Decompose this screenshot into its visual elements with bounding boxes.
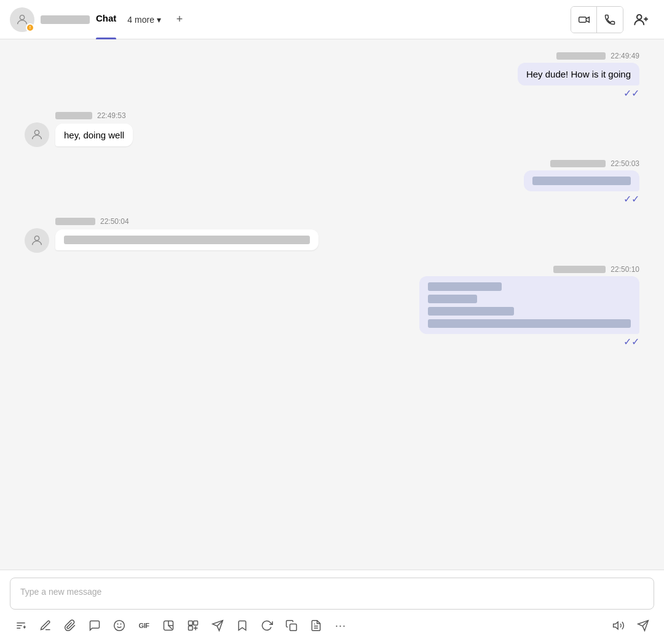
avatar-notification-badge: ! bbox=[26, 23, 34, 32]
message-group: 22:50:03✓✓ bbox=[25, 159, 639, 205]
notes-button[interactable] bbox=[305, 614, 327, 637]
message-meta: 22:49:49 bbox=[556, 52, 639, 60]
message-bubble: Hey dude! How is it going bbox=[518, 63, 639, 85]
upload-button[interactable] bbox=[182, 614, 204, 637]
svg-point-2 bbox=[637, 14, 642, 19]
svg-rect-10 bbox=[194, 621, 198, 626]
reaction-button[interactable] bbox=[84, 614, 106, 637]
message-meta: 22:49:53 bbox=[55, 111, 133, 120]
read-receipt: ✓✓ bbox=[623, 193, 639, 205]
sender-name-blurred bbox=[55, 218, 95, 225]
copy-button[interactable] bbox=[280, 614, 302, 637]
more-tabs-label: 4 more bbox=[127, 15, 154, 25]
more-tabs-button[interactable]: 4 more ▾ bbox=[127, 15, 161, 25]
blurred-text-line bbox=[532, 177, 631, 185]
incoming-messages-col: 22:49:53hey, doing well bbox=[55, 111, 133, 146]
header: ! Chat 4 more ▾ + bbox=[0, 0, 664, 39]
message-meta: 22:50:03 bbox=[550, 159, 639, 168]
chat-area: 22:49:49Hey dude! How is it going✓✓22:49… bbox=[0, 39, 664, 570]
audio-button[interactable] bbox=[607, 614, 630, 637]
add-tab-button[interactable]: + bbox=[171, 11, 188, 28]
svg-rect-14 bbox=[290, 624, 297, 631]
message-time: 22:50:10 bbox=[611, 265, 639, 274]
message-group: 22:49:53hey, doing well bbox=[25, 111, 639, 147]
blurred-text-line bbox=[428, 282, 502, 291]
svg-point-0 bbox=[20, 15, 24, 19]
user-avatar-container: ! bbox=[10, 7, 34, 32]
message-group: 22:49:49Hey dude! How is it going✓✓ bbox=[25, 52, 639, 99]
message-bubble bbox=[419, 276, 639, 334]
input-area: Type a new message bbox=[0, 570, 664, 644]
more-tools-button[interactable]: ··· bbox=[330, 614, 352, 637]
svg-point-4 bbox=[34, 236, 39, 241]
call-buttons-group bbox=[571, 6, 623, 33]
blurred-text-line bbox=[64, 236, 310, 244]
contact-name-blurred bbox=[41, 15, 90, 24]
message-time: 22:50:03 bbox=[611, 159, 639, 168]
blurred-text-line bbox=[428, 307, 514, 316]
svg-rect-1 bbox=[579, 17, 586, 22]
attach-file-button[interactable] bbox=[59, 614, 81, 637]
sender-name-blurred bbox=[55, 112, 92, 119]
message-bubble bbox=[55, 229, 318, 250]
sticker-button[interactable] bbox=[157, 614, 180, 637]
message-group: 22:50:10✓✓ bbox=[25, 265, 639, 348]
svg-point-5 bbox=[114, 621, 125, 631]
read-receipt: ✓✓ bbox=[623, 336, 639, 348]
emoji-button[interactable] bbox=[108, 614, 130, 637]
svg-point-3 bbox=[34, 130, 39, 135]
incoming-avatar bbox=[25, 122, 49, 147]
audio-call-button[interactable] bbox=[597, 7, 623, 33]
message-bubble: hey, doing well bbox=[55, 124, 133, 146]
gif-button[interactable]: GIF bbox=[133, 614, 155, 637]
header-right bbox=[571, 6, 654, 33]
send-button[interactable] bbox=[207, 614, 229, 637]
message-time: 22:49:49 bbox=[611, 52, 639, 60]
message-bubble bbox=[524, 170, 639, 191]
bookmark-button[interactable] bbox=[231, 614, 253, 637]
incoming-messages-col: 22:50:04 bbox=[55, 217, 318, 250]
add-people-button[interactable] bbox=[628, 7, 654, 33]
message-meta: 22:50:04 bbox=[55, 217, 318, 226]
message-time: 22:49:53 bbox=[97, 111, 126, 120]
blurred-text-line bbox=[428, 319, 631, 328]
toolbar-right bbox=[607, 614, 654, 637]
message-time: 22:50:04 bbox=[100, 217, 129, 226]
message-meta: 22:50:10 bbox=[553, 265, 639, 274]
format-text-button[interactable] bbox=[10, 614, 32, 637]
message-toolbar: GIF bbox=[0, 610, 664, 644]
handwrite-button[interactable] bbox=[34, 614, 57, 637]
quick-send-button[interactable] bbox=[632, 614, 654, 637]
sender-name-blurred bbox=[553, 266, 606, 273]
blurred-text-line bbox=[428, 295, 477, 303]
header-left: ! Chat 4 more ▾ + bbox=[10, 7, 571, 32]
svg-rect-11 bbox=[189, 626, 193, 630]
svg-rect-9 bbox=[189, 621, 193, 626]
message-group: 22:50:04 bbox=[25, 217, 639, 253]
sender-name-blurred bbox=[556, 52, 606, 60]
tab-chat[interactable]: Chat bbox=[96, 13, 116, 26]
sender-name-blurred bbox=[550, 160, 606, 167]
chevron-down-icon: ▾ bbox=[157, 15, 161, 25]
read-receipt: ✓✓ bbox=[623, 87, 639, 99]
video-call-button[interactable] bbox=[571, 7, 597, 33]
incoming-avatar bbox=[25, 228, 49, 253]
loop-button[interactable] bbox=[256, 614, 278, 637]
message-input[interactable]: Type a new message bbox=[10, 578, 654, 610]
svg-marker-17 bbox=[614, 622, 619, 629]
